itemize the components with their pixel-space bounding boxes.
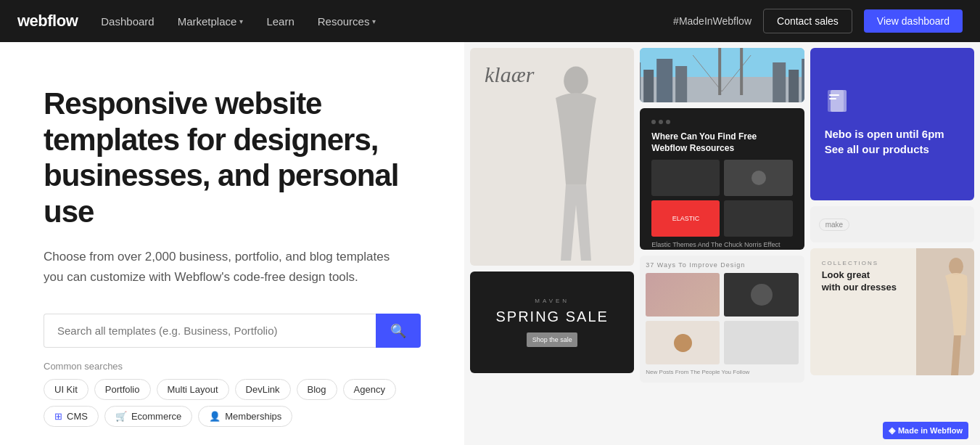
browser-dots [651, 120, 792, 124]
template-card-klaer[interactable]: klaær [470, 48, 634, 266]
template-column-3: Nebo is open until 6pmSee all our produc… [810, 48, 974, 445]
spring-title: SPRING SALE [495, 309, 608, 325]
design-grid [646, 273, 798, 364]
webflow-icon: ◈ [889, 425, 895, 436]
svg-rect-7 [773, 62, 786, 102]
resources-subtitle: Elastic Themes And The Chuck Norris Effe… [651, 241, 792, 248]
svg-rect-13 [740, 48, 743, 95]
search-button[interactable]: 🔍 [376, 314, 421, 348]
contact-sales-button[interactable]: Contact sales [763, 9, 852, 33]
svg-rect-3 [640, 62, 641, 102]
view-dashboard-button[interactable]: View dashboard [864, 9, 963, 33]
new-posts: New Posts From The People You Follow [646, 369, 798, 375]
svg-point-19 [949, 258, 963, 275]
hero-section: Responsive website templates for designe… [0, 42, 464, 445]
tag-list: UI Kit Portfolio Multi Layout DevLink Bl… [44, 379, 421, 427]
template-card-design-tips[interactable]: 37 Ways To Improve Design New Posts From… [640, 256, 804, 383]
resources-grid: ELASTIC [651, 160, 792, 237]
search-bar: 🔍 [44, 314, 421, 348]
fashion-figure [518, 62, 634, 266]
template-card-webflow-resources[interactable]: Where Can You Find FreeWebflow Resources… [640, 108, 804, 250]
svg-rect-17 [829, 98, 836, 99]
template-card-spring-sale[interactable]: MAVEN SPRING SALE Shop the sale [470, 272, 634, 373]
nav-right: #MadeInWebflow Contact sales View dashbo… [673, 9, 963, 33]
strip-labels: make [819, 219, 849, 231]
woman-image [916, 248, 974, 375]
nebo-icon [825, 89, 960, 118]
shop-button[interactable]: Shop the sale [527, 332, 577, 347]
svg-rect-6 [675, 66, 687, 102]
resources-title: Where Can You Find FreeWebflow Resources [651, 131, 792, 154]
cms-icon: ⊞ [54, 411, 62, 422]
ecommerce-icon: 🛒 [115, 411, 127, 422]
tag-blog[interactable]: Blog [297, 379, 337, 400]
chevron-down-icon: ▾ [372, 17, 376, 25]
memberships-icon: 👤 [209, 411, 221, 422]
nebo-title: Nebo is open until 6pmSee all our produc… [825, 126, 960, 157]
main-content: Responsive website templates for designe… [0, 42, 980, 445]
made-in-webflow-badge[interactable]: ◈ Made in Webflow [883, 422, 968, 439]
design-label: 37 Ways To Improve Design [646, 261, 798, 269]
tag-memberships[interactable]: 👤 Memberships [198, 406, 292, 427]
nav-resources[interactable]: Resources ▾ [318, 15, 376, 28]
svg-rect-8 [788, 70, 799, 102]
search-icon: 🔍 [390, 324, 406, 338]
hero-title: Responsive website templates for designe… [44, 86, 421, 229]
template-card-strip: make [810, 206, 974, 242]
nav-learn[interactable]: Learn [266, 15, 294, 28]
nav-left: webflow Dashboard Marketplace ▾ Learn Re… [17, 12, 376, 30]
template-card-fashion-woman[interactable]: COLLECTIONS Look greatwith our dresses [810, 248, 974, 375]
template-card-nebo[interactable]: Nebo is open until 6pmSee all our produc… [810, 48, 974, 200]
tag-devlink[interactable]: DevLink [235, 379, 291, 400]
common-searches-label: Common searches [44, 361, 421, 372]
svg-rect-12 [718, 48, 721, 95]
template-column-1: klaær MAVEN SPRING SALE Shop the sale [470, 48, 634, 445]
svg-rect-5 [656, 59, 672, 102]
tag-ui-kit[interactable]: UI Kit [44, 379, 88, 400]
search-input[interactable] [44, 314, 376, 348]
tag-portfolio[interactable]: Portfolio [94, 379, 151, 400]
nav-marketplace[interactable]: Marketplace ▾ [178, 15, 244, 28]
tag-multi-layout[interactable]: Multi Layout [157, 379, 229, 400]
template-column-2: Where Can You Find FreeWebflow Resources… [640, 48, 804, 445]
template-card-bridge[interactable] [640, 48, 804, 102]
bridge-image [640, 48, 804, 102]
svg-rect-15 [831, 90, 847, 112]
svg-rect-4 [643, 70, 654, 102]
tag-ecommerce[interactable]: 🛒 Ecommerce [104, 406, 192, 427]
svg-rect-9 [802, 59, 804, 102]
tag-agency[interactable]: Agency [343, 379, 396, 400]
templates-grid: klaær MAVEN SPRING SALE Shop the sale [464, 42, 980, 445]
tag-cms[interactable]: ⊞ CMS [44, 406, 99, 427]
svg-point-0 [564, 67, 589, 95]
chevron-down-icon: ▾ [239, 17, 243, 25]
logo[interactable]: webflow [17, 12, 78, 30]
spring-subtitle: MAVEN [535, 298, 569, 304]
nav-dashboard[interactable]: Dashboard [101, 15, 154, 28]
made-in-webflow-link[interactable]: #MadeInWebflow [673, 15, 752, 27]
navigation: webflow Dashboard Marketplace ▾ Learn Re… [0, 0, 980, 42]
hero-subtitle: Choose from over 2,000 business, portfol… [44, 247, 392, 287]
svg-rect-16 [829, 94, 839, 96]
